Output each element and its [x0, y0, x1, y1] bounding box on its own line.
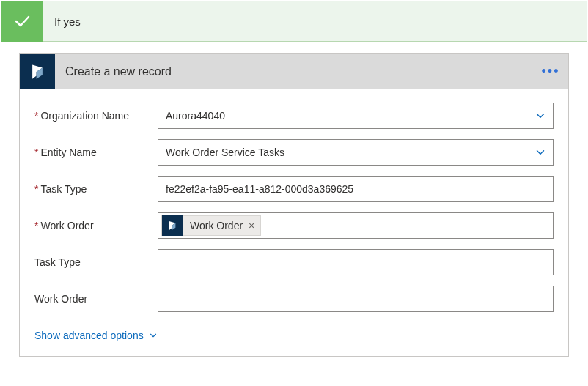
field-entity-label: * Entity Name — [34, 146, 158, 158]
chevron-down-icon — [148, 330, 158, 341]
field-org-value: Aurora44040 — [166, 110, 534, 122]
action-card: Create a new record ••• * Organization N… — [19, 53, 569, 357]
field-work-order-req-input[interactable]: Work Order × — [158, 212, 554, 239]
field-task-type-req: * Task Type fe22ef2a-fa95-ea11-a812-000d… — [34, 176, 554, 202]
label-text: Entity Name — [40, 146, 96, 158]
label-text: Organization Name — [40, 110, 129, 122]
field-work-order-opt-label: Work Order — [34, 293, 158, 305]
field-entity-input[interactable]: Work Order Service Tasks — [158, 139, 554, 166]
chevron-down-icon — [534, 109, 547, 122]
chevron-down-icon — [534, 146, 547, 159]
advanced-row: Show advanced options — [20, 325, 568, 356]
required-star: * — [34, 220, 38, 231]
field-org-label: * Organization Name — [34, 110, 158, 122]
action-more-button[interactable]: ••• — [533, 54, 568, 89]
dynamics-icon — [162, 215, 183, 236]
field-work-order-opt-input[interactable] — [158, 286, 554, 312]
dynamics-icon — [20, 54, 55, 89]
required-star: * — [34, 146, 38, 158]
field-entity-value: Work Order Service Tasks — [166, 146, 534, 158]
field-task-type-opt: Task Type — [34, 249, 554, 275]
required-star: * — [34, 110, 38, 122]
advanced-label: Show advanced options — [34, 330, 144, 341]
field-org: * Organization Name Aurora44040 — [34, 103, 554, 129]
field-task-type-req-value: fe22ef2a-fa95-ea11-a812-000d3a369625 — [166, 183, 547, 195]
chip-remove-button[interactable]: × — [249, 220, 254, 231]
condition-header: If yes — [1, 1, 587, 42]
field-task-type-opt-input[interactable] — [158, 249, 554, 275]
field-work-order-req-label: * Work Order — [34, 220, 158, 231]
show-advanced-options-link[interactable]: Show advanced options — [34, 330, 158, 341]
field-task-type-req-input[interactable]: fe22ef2a-fa95-ea11-a812-000d3a369625 — [158, 176, 554, 202]
field-task-type-opt-label: Task Type — [34, 256, 158, 268]
field-work-order-opt: Work Order — [34, 286, 554, 312]
field-org-input[interactable]: Aurora44040 — [158, 103, 554, 129]
condition-title: If yes — [43, 15, 81, 28]
chip-label: Work Order — [188, 220, 243, 231]
label-text: Work Order — [40, 220, 93, 231]
form-area: * Organization Name Aurora44040 * Entity… — [20, 89, 568, 325]
label-text: Work Order — [34, 293, 87, 305]
dynamic-content-chip[interactable]: Work Order × — [161, 215, 261, 236]
action-title: Create a new record — [55, 65, 533, 78]
label-text: Task Type — [40, 183, 87, 195]
action-card-header: Create a new record ••• — [20, 54, 568, 89]
field-task-type-req-label: * Task Type — [34, 183, 158, 195]
field-entity: * Entity Name Work Order Service Tasks — [34, 139, 554, 166]
required-star: * — [34, 183, 38, 195]
field-work-order-req: * Work Order Work Order × — [34, 212, 554, 239]
label-text: Task Type — [34, 256, 81, 268]
check-icon — [1, 1, 43, 42]
